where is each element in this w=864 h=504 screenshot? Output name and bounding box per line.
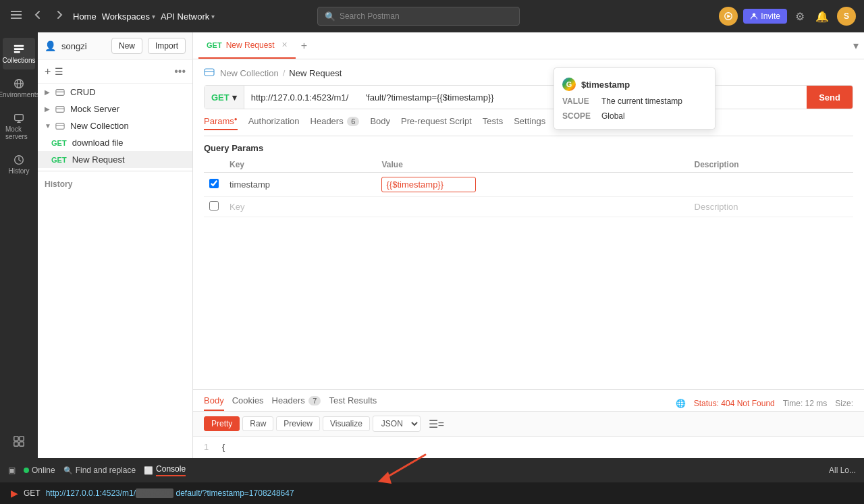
user-avatar[interactable]: S [837, 7, 856, 26]
active-tab[interactable]: GET New Request ✕ [198, 32, 296, 59]
top-nav: Home Workspaces ▾ API Network ▾ 🔍 Invite… [0, 0, 864, 32]
raw-btn[interactable]: Raw [242, 416, 273, 431]
sidebar-item-mock-servers[interactable]: Mock servers [3, 107, 35, 146]
svg-rect-0 [11, 11, 22, 12]
invite-button[interactable]: Invite [743, 9, 787, 24]
online-indicator: Online [24, 466, 55, 475]
home-link[interactable]: Home [73, 11, 97, 22]
tab-pre-request[interactable]: Pre-request Script [401, 116, 472, 130]
search-bar[interactable]: 🔍 [317, 7, 520, 26]
time-text: Time: 12 ms [783, 399, 828, 408]
breadcrumb-collection[interactable]: New Collection [220, 68, 279, 78]
resp-tab-test-results[interactable]: Test Results [329, 395, 377, 411]
svg-rect-7 [14, 51, 20, 53]
chevron-right-icon: ▶ [45, 88, 53, 96]
find-replace-label: Find and replace [76, 466, 136, 475]
param-key-new[interactable]: Key [224, 197, 376, 217]
param-value-input[interactable] [381, 177, 476, 192]
search-icon: 🔍 [325, 11, 335, 22]
find-replace-btn[interactable]: 🔍 Find and replace [63, 466, 136, 475]
status-text: Status: 404 Not Found [694, 399, 775, 408]
history-section-label: History [38, 174, 192, 194]
visualize-btn[interactable]: Visualize [323, 416, 370, 431]
list-icon[interactable]: ☰ [55, 66, 63, 77]
tab-params[interactable]: Params● [204, 116, 238, 130]
tab-tests[interactable]: Tests [483, 116, 503, 130]
download-file-label: download file [72, 138, 186, 148]
tab-authorization[interactable]: Authorization [248, 116, 300, 130]
ac-varname: $timestamp [581, 80, 630, 90]
tab-settings[interactable]: Settings [514, 116, 545, 130]
tree-item-download-file[interactable]: GET download file [38, 134, 192, 151]
search-input[interactable] [340, 11, 512, 21]
plus-icon[interactable]: + [45, 65, 51, 78]
back-icon[interactable] [30, 7, 46, 26]
preview-btn[interactable]: Preview [276, 416, 320, 431]
tab-bar: GET New Request ✕ + ▾ [193, 32, 864, 59]
console-btn[interactable]: ⬜ Console [144, 464, 186, 476]
mock-servers-label: Mock servers [5, 125, 32, 140]
tab-headers[interactable]: Headers 6 [310, 116, 360, 130]
response-tabs: Body Cookies Headers 7 Test Results 🌐 St… [193, 390, 864, 412]
sidebar-item-environments[interactable]: Environments [3, 72, 35, 104]
param-checkbox-timestamp[interactable] [209, 179, 219, 188]
response-content: { [222, 442, 225, 452]
col-key: Key [224, 157, 376, 173]
tree-item-mock-server[interactable]: ▶ Mock Server [38, 101, 192, 117]
svg-rect-11 [15, 115, 24, 121]
collapse-icon[interactable]: ▾ [853, 39, 859, 52]
sidebar-item-collections[interactable]: Collections [3, 38, 35, 69]
format-select[interactable]: JSON [373, 416, 421, 432]
svg-rect-16 [20, 437, 24, 441]
param-checkbox-new[interactable] [209, 201, 219, 211]
ac-header: G $timestamp [554, 74, 715, 94]
console-url: http://127.0.0.1:4523/m1/XXXXXXX default… [46, 488, 294, 498]
autocomplete-box[interactable]: G $timestamp VALUE The current timestamp… [554, 67, 716, 130]
tab-body[interactable]: Body [370, 116, 390, 130]
nav-right: Invite ⚙ 🔔 S [719, 7, 856, 26]
sidebar-item-workspaces[interactable] [3, 430, 35, 453]
new-button[interactable]: New [111, 38, 142, 54]
param-value-timestamp[interactable] [376, 173, 688, 197]
settings-icon[interactable]: ⚙ [792, 7, 807, 26]
import-button[interactable]: Import [148, 38, 186, 54]
param-desc-timestamp [689, 173, 853, 197]
api-network-dropdown[interactable]: API Network ▾ [161, 11, 215, 22]
console-method: GET [24, 488, 40, 498]
breadcrumb-request: New Request [289, 68, 342, 78]
resp-tab-cookies[interactable]: Cookies [232, 395, 264, 411]
layout-icon[interactable]: ▣ [8, 466, 16, 475]
method-select[interactable]: GET ▾ [205, 86, 244, 109]
new-tab-button[interactable]: + [296, 40, 313, 52]
more-icon[interactable]: ••• [174, 65, 186, 78]
runner-icon[interactable] [719, 7, 738, 26]
svg-rect-6 [14, 48, 24, 50]
tree-item-new-collection[interactable]: ▼ New Collection [38, 117, 192, 134]
hamburger-icon[interactable] [8, 7, 24, 26]
filter-icon[interactable]: ☰= [429, 418, 444, 430]
forward-icon[interactable] [51, 7, 68, 26]
url-input[interactable] [244, 86, 807, 109]
svg-rect-22 [205, 69, 214, 76]
svg-rect-20 [56, 106, 64, 112]
pretty-btn[interactable]: Pretty [204, 416, 240, 431]
workspaces-dropdown[interactable]: Workspaces ▾ [102, 11, 155, 22]
tab-method: GET [207, 41, 222, 49]
tree-item-crud[interactable]: ▶ CRUD [38, 84, 192, 101]
sidebar-item-history[interactable]: History [3, 148, 35, 180]
chevron-right-icon-mock: ▶ [45, 105, 53, 113]
console-expand-icon[interactable]: ▶ [11, 488, 18, 499]
resp-tab-body[interactable]: Body [204, 395, 224, 411]
tab-close-icon[interactable]: ✕ [281, 40, 288, 49]
history-label: History [8, 167, 29, 175]
bell-icon[interactable]: 🔔 [813, 7, 832, 26]
param-key-timestamp[interactable]: timestamp [224, 173, 376, 197]
send-button[interactable]: Send [807, 86, 853, 109]
mock-server-label: Mock Server [70, 104, 186, 114]
online-dot [24, 468, 29, 473]
ac-value-row: VALUE The current timestamp [554, 94, 715, 109]
method-label: GET [211, 92, 230, 103]
tree-item-new-request[interactable]: GET New Request [38, 151, 192, 168]
resp-tab-headers[interactable]: Headers 7 [272, 395, 321, 411]
col-desc: Description [689, 157, 853, 173]
